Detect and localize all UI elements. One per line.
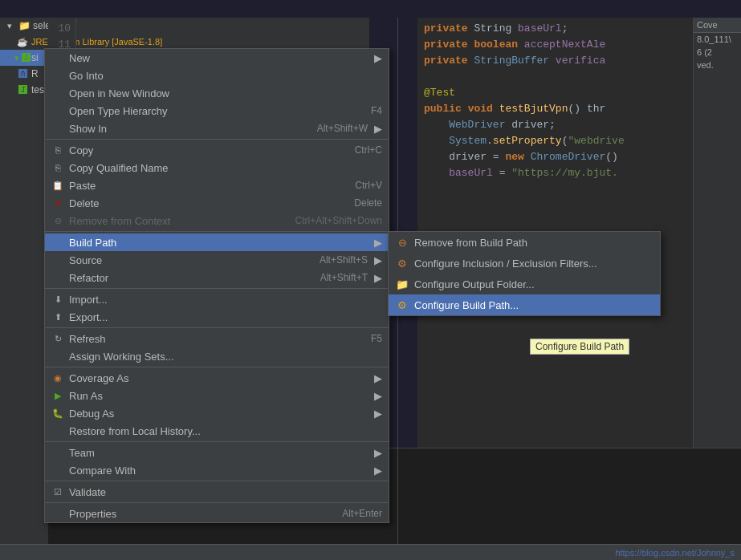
submenu-remove-buildpath[interactable]: ⊖ Remove from Build Path (389, 232, 660, 253)
coverage-status: ved. (694, 59, 741, 71)
si-icon: ▾ 🅹 (16, 51, 29, 64)
context-menu[interactable]: New ▶ Go Into Open in New Window Open Ty… (44, 48, 389, 523)
restore-label: Restore from Local History... (69, 425, 382, 437)
menu-item-working-sets[interactable]: Assign Working Sets... (45, 347, 389, 365)
remove-context-shortcut: Ctrl+Alt+Shift+Down (295, 215, 382, 226)
separator-7 (45, 481, 389, 481)
submenu-output-folder[interactable]: 📁 Configure Output Folder... (389, 274, 660, 294)
separator-4 (45, 327, 389, 328)
menu-item-gointo[interactable]: Go Into (45, 67, 389, 84)
menu-item-new[interactable]: New ▶ (45, 49, 389, 67)
code-line-10: private String baseUrl; (424, 21, 735, 37)
copy-qualified-icon: ⎘ (51, 161, 64, 174)
refactor-label: Refactor (69, 272, 304, 284)
output-folder-label: Configure Output Folder... (414, 278, 535, 290)
copy-icon: ⎘ (51, 144, 64, 156)
menu-item-team[interactable]: Team ▶ (45, 444, 389, 461)
delete-shortcut: Delete (354, 197, 382, 209)
status-url: https://blog.csdn.net/Johnny_s (615, 548, 735, 558)
export-icon: ⬆ (51, 310, 64, 323)
menu-item-delete[interactable]: ✕ Delete Delete (45, 194, 389, 212)
submenu-buildpath[interactable]: ⊖ Remove from Build Path ⚙ Configure Inc… (388, 231, 661, 316)
compare-icon (51, 464, 64, 477)
coverage-line: 6 (2 (694, 46, 741, 59)
export-label: Export... (69, 311, 382, 323)
run-label: Run As (69, 390, 368, 402)
remove-context-icon: ⊖ (51, 214, 64, 227)
refactor-arrow: ▶ (374, 272, 382, 284)
paste-label: Paste (69, 180, 339, 192)
menu-item-type-hierarchy[interactable]: Open Type Hierarchy F4 (45, 102, 389, 120)
menu-item-copy[interactable]: ⎘ Copy Ctrl+C (45, 141, 389, 159)
menu-item-open-window[interactable]: Open in New Window (45, 84, 389, 102)
code-line-17: System.setProperty("webdrive (424, 133, 735, 149)
new-label: New (69, 52, 368, 64)
show-in-label: Show In (69, 123, 301, 135)
team-arrow: ▶ (374, 447, 382, 459)
r-label: R (31, 68, 39, 79)
submenu-configure-buildpath[interactable]: ⚙ Configure Build Path... (389, 294, 660, 315)
separator-8 (45, 502, 389, 503)
restore-icon (51, 424, 64, 437)
menu-item-run[interactable]: ▶ Run As ▶ (45, 387, 389, 404)
tooltip-text: Configure Build Path (535, 341, 624, 352)
compare-arrow: ▶ (374, 465, 382, 477)
run-arrow: ▶ (374, 390, 382, 402)
separator-5 (45, 367, 389, 367)
menu-item-show-in[interactable]: Show In Alt+Shift+W ▶ (45, 120, 389, 137)
separator-2 (45, 231, 389, 232)
team-label: Team (69, 447, 368, 459)
separator-1 (45, 139, 389, 140)
code-line-14: @Test (424, 85, 735, 101)
refactor-icon (51, 271, 64, 284)
menu-item-validate[interactable]: ☑ Validate (45, 483, 389, 501)
coverage-version: 8.0_111\ (694, 33, 741, 46)
selenium-icon: ▾ (3, 19, 16, 32)
coverage-label: Coverage As (69, 372, 368, 384)
menu-item-properties[interactable]: Properties Alt+Enter (45, 505, 389, 522)
debug-icon: 🐛 (51, 407, 64, 420)
paste-shortcut: Ctrl+V (355, 180, 382, 191)
working-sets-icon (51, 350, 64, 363)
menu-item-import[interactable]: ⬇ Import... (45, 290, 389, 308)
selenium-folder-icon: 📁 (18, 20, 31, 31)
remove-context-label: Remove from Context (69, 215, 279, 227)
menu-item-compare[interactable]: Compare With ▶ (45, 461, 389, 479)
submenu-filters[interactable]: ⚙ Configure Inclusion / Exclusion Filter… (389, 253, 660, 274)
configure-buildpath-icon: ⚙ (395, 298, 409, 312)
refresh-icon: ↻ (51, 332, 64, 345)
properties-shortcut: Alt+Enter (342, 508, 382, 519)
hierarchy-label: Open Type Hierarchy (69, 105, 355, 117)
properties-label: Properties (69, 508, 326, 520)
source-arrow: ▶ (374, 254, 382, 266)
debug-arrow: ▶ (374, 408, 382, 420)
validate-label: Validate (69, 486, 382, 498)
code-line-15: public void testBjutVpn() thr (424, 101, 735, 117)
gointo-label: Go Into (69, 70, 382, 82)
menu-item-source[interactable]: Source Alt+Shift+S ▶ (45, 251, 389, 269)
separator-6 (45, 441, 389, 442)
new-arrow: ▶ (374, 52, 382, 64)
code-line-18: driver = new ChromeDriver() (424, 149, 735, 165)
gointo-icon (51, 69, 64, 82)
test-icon: 🅹 (16, 83, 29, 96)
open-window-label: Open in New Window (69, 87, 382, 99)
remove-buildpath-icon: ⊖ (395, 235, 409, 250)
filters-icon: ⚙ (395, 256, 409, 270)
menu-item-remove-context[interactable]: ⊖ Remove from Context Ctrl+Alt+Shift+Dow… (45, 212, 389, 229)
menu-item-coverage[interactable]: ◉ Coverage As ▶ (45, 369, 389, 387)
refresh-label: Refresh (69, 333, 355, 345)
menu-item-paste[interactable]: 📋 Paste Ctrl+V (45, 177, 389, 194)
run-icon: ▶ (51, 389, 64, 402)
menu-item-refactor[interactable]: Refactor Alt+Shift+T ▶ (45, 269, 389, 286)
show-in-icon (51, 122, 64, 135)
menu-item-restore[interactable]: Restore from Local History... (45, 422, 389, 440)
code-line-blank (424, 69, 735, 85)
menu-item-copy-qualified[interactable]: ⎘ Copy Qualified Name (45, 159, 389, 177)
menu-item-export[interactable]: ⬆ Export... (45, 308, 389, 326)
r-icon: 🅰 (16, 67, 29, 80)
menu-item-refresh[interactable]: ↻ Refresh F5 (45, 330, 389, 347)
menu-item-buildpath[interactable]: Build Path ▶ (45, 233, 389, 251)
open-window-icon (51, 87, 64, 99)
menu-item-debug[interactable]: 🐛 Debug As ▶ (45, 404, 389, 422)
